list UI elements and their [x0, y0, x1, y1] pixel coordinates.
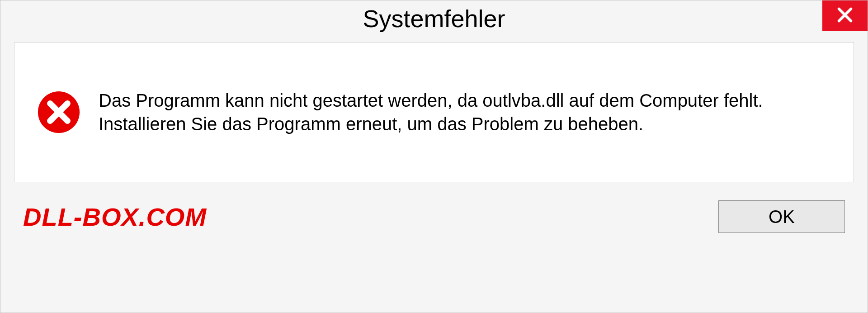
titlebar: Systemfehler — [0, 0, 868, 37]
ok-button[interactable]: OK — [718, 200, 845, 233]
dialog-title: Systemfehler — [363, 5, 505, 33]
content-area: Das Programm kann nicht gestartet werden… — [14, 42, 854, 182]
close-button[interactable] — [822, 0, 868, 31]
error-icon — [37, 90, 80, 134]
error-dialog: Systemfehler Das Programm kann nicht ges… — [0, 0, 868, 313]
watermark-text: DLL-BOX.COM — [23, 202, 207, 232]
close-icon — [836, 6, 854, 26]
footer: DLL-BOX.COM OK — [0, 182, 868, 247]
error-message: Das Programm kann nicht gestartet werden… — [99, 89, 831, 136]
